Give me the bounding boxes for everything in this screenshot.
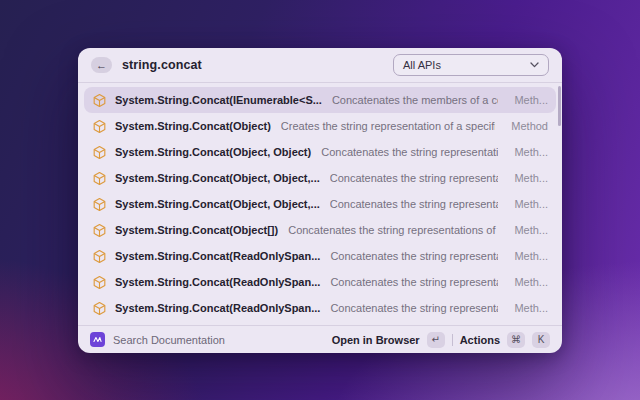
result-row[interactable]: System.String.Concat(Object, Object,... … [84, 165, 556, 191]
result-row[interactable]: System.String.Concat(Object, Object) Con… [84, 139, 556, 165]
result-row[interactable]: System.String.Concat(ReadOnlySpan... Con… [84, 243, 556, 269]
result-description: Concatenates the string representations … [330, 250, 498, 262]
result-list: System.String.Concat(IEnumerable<S... Co… [78, 83, 562, 325]
package-cube-icon [92, 301, 107, 316]
result-type: Meth... [506, 172, 548, 184]
result-title: System.String.Concat(ReadOnlySpan... [115, 302, 320, 314]
cmd-key-badge: ⌘ [507, 332, 525, 348]
k-key-badge: K [532, 332, 550, 348]
result-description: Concatenates the members of a constructe… [332, 94, 498, 106]
back-arrow-icon: ← [96, 60, 107, 71]
package-cube-icon [92, 197, 107, 212]
scrollbar-thumb[interactable] [558, 86, 561, 126]
package-cube-icon [92, 223, 107, 238]
enter-key-badge: ↵ [427, 332, 445, 348]
package-cube-icon [92, 275, 107, 290]
result-description: Concatenates the string representations … [330, 198, 499, 210]
search-query[interactable]: string.concat [122, 58, 202, 72]
result-type: Meth... [506, 276, 548, 288]
result-description: Concatenates the string representations … [288, 224, 498, 236]
api-filter-dropdown[interactable]: All APIs [393, 54, 549, 76]
package-cube-icon [92, 171, 107, 186]
package-cube-icon [92, 249, 107, 264]
back-button[interactable]: ← [91, 57, 112, 73]
result-title: System.String.Concat(Object, Object) [115, 146, 311, 158]
result-title: System.String.Concat(Object) [115, 120, 271, 132]
extension-label: Search Documentation [113, 334, 225, 346]
result-row[interactable]: System.String.Concat(Object) Creates the… [84, 113, 556, 139]
result-type: Meth... [506, 146, 548, 158]
result-title: System.String.Concat(Object, Object,... [115, 172, 320, 184]
search-window: ← string.concat All APIs System.String.C… [78, 48, 562, 353]
result-type: Meth... [506, 224, 548, 236]
result-type: Meth... [506, 198, 548, 210]
package-cube-icon [92, 93, 107, 108]
result-title: System.String.Concat(Object[]) [115, 224, 278, 236]
result-description: Concatenates the string representations … [330, 302, 498, 314]
footer-vertical-divider [452, 334, 453, 346]
search-header: ← string.concat All APIs [78, 48, 562, 82]
result-type: Meth... [506, 302, 548, 314]
result-row[interactable]: System.String.Concat(Object[]) Concatena… [84, 217, 556, 243]
result-title: System.String.Concat(Object, Object,... [115, 198, 320, 210]
result-type: Meth... [506, 250, 548, 262]
result-title: System.String.Concat(ReadOnlySpan... [115, 276, 320, 288]
chevron-down-icon [530, 62, 539, 68]
result-title: System.String.Concat(ReadOnlySpan... [115, 250, 320, 262]
result-description: Creates the string representation of a s… [281, 120, 495, 132]
result-type: Meth... [506, 94, 548, 106]
result-type: Method [503, 120, 548, 132]
actions-button[interactable]: Actions [460, 334, 500, 346]
result-row[interactable]: System.String.Concat(IEnumerable<S... Co… [84, 87, 556, 113]
result-description: Concatenates the string representations … [321, 146, 498, 158]
result-row[interactable]: System.String.Concat(ReadOnlySpan... Con… [84, 269, 556, 295]
api-filter-label: All APIs [403, 59, 441, 71]
result-description: Concatenates the string representations … [330, 276, 498, 288]
desktop-background: { "search": { "query": "string.concat", … [0, 0, 640, 400]
footer-actions: Open in Browser ↵ Actions ⌘ K [332, 332, 550, 348]
result-row[interactable]: System.String.Concat(ReadOnlySpan... Con… [84, 295, 556, 321]
package-cube-icon [92, 145, 107, 160]
extension-icon [90, 332, 105, 347]
result-title: System.String.Concat(IEnumerable<S... [115, 94, 322, 106]
open-in-browser-button[interactable]: Open in Browser [332, 334, 420, 346]
result-row[interactable]: System.String.Concat(Object, Object,... … [84, 191, 556, 217]
footer-bar: Search Documentation Open in Browser ↵ A… [78, 326, 562, 353]
result-description: Concatenates the string representations … [330, 172, 499, 184]
package-cube-icon [92, 119, 107, 134]
